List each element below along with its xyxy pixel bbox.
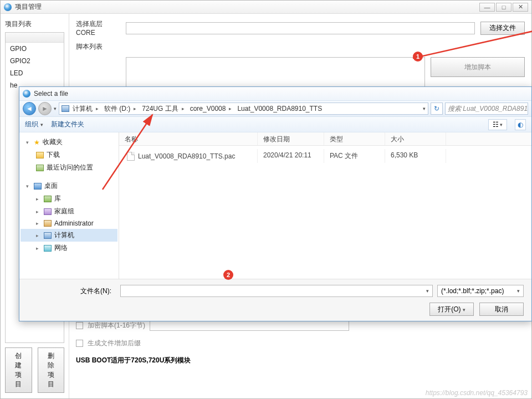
recent-icon [36, 165, 44, 171]
main-titlebar: 项目管理 — □ ✕ [1, 1, 531, 14]
col-size[interactable]: 大小 [385, 132, 446, 145]
computer-icon [44, 232, 52, 239]
gensuffix-label: 生成文件增加后缀 [88, 339, 141, 348]
tree-admin[interactable]: ▸Administrator [21, 218, 117, 229]
maximize-button[interactable]: □ [496, 3, 511, 12]
nav-forward-button[interactable]: ► [38, 102, 52, 115]
view-mode-button[interactable]: ☷ ▾ [488, 119, 507, 130]
col-date[interactable]: 修改日期 [258, 132, 324, 145]
address-dropdown-icon[interactable]: ▾ [423, 106, 426, 111]
close-button[interactable]: ✕ [513, 3, 528, 12]
watermark: https://blog.csdn.net/qq_45364793 [426, 389, 528, 397]
tree-desktop[interactable]: ▾桌面 [21, 180, 117, 192]
homegroup-icon [44, 208, 52, 215]
organize-menu[interactable]: 组织 ▾ [25, 120, 43, 129]
encrypt-checkbox[interactable] [76, 322, 83, 329]
dialog-footer: 文件名(N): ▾ (*.lod;*.blf;*.zip;*.pac)▾ 打开(… [19, 279, 531, 321]
dialog-toolbar: 组织 ▾ 新建文件夹 ☷ ▾ ◐ [19, 117, 531, 132]
file-size: 6,530 KB [385, 149, 446, 163]
encrypt-input[interactable] [150, 320, 349, 331]
project-item[interactable]: GPIO [6, 43, 64, 55]
script-list-box[interactable] [126, 57, 425, 87]
tree-homegroup[interactable]: ▸家庭组 [21, 205, 117, 218]
star-icon: ★ [34, 139, 40, 146]
desktop-icon [34, 183, 42, 190]
delete-project-button[interactable]: 删除项目 [38, 347, 65, 393]
filename-input[interactable]: ▾ [120, 285, 433, 297]
usb-boot-note: USB BOOT适用于720S,720U系列模块 [76, 356, 525, 365]
dialog-titlebar: Select a file [19, 87, 531, 100]
core-path-input[interactable] [126, 22, 475, 34]
new-folder-button[interactable]: 新建文件夹 [51, 120, 84, 129]
column-headers[interactable]: 名称 修改日期 类型 大小 [119, 132, 531, 146]
create-project-button[interactable]: 创建项目 [5, 347, 32, 393]
filename-dropdown-icon[interactable]: ▾ [426, 288, 429, 294]
col-name[interactable]: 名称 [119, 132, 258, 145]
file-name: Luat_V0008_RDA8910_TTS.pac [138, 152, 235, 160]
app-icon [4, 3, 12, 11]
filename-label: 文件名(N): [27, 287, 116, 296]
user-icon [44, 220, 52, 227]
file-filter-combo[interactable]: (*.lod;*.blf;*.zip;*.pac)▾ [437, 285, 524, 297]
library-icon [44, 196, 52, 202]
breadcrumb[interactable]: 计算机 [70, 104, 101, 114]
refresh-button[interactable]: ↻ [431, 103, 443, 115]
dialog-nav-bar: ◄ ► ▾ 计算机 软件 (D:) 724UG 工具 core_V0008 Lu… [19, 100, 531, 117]
file-row[interactable]: Luat_V0008_RDA8910_TTS.pac 2020/4/21 20:… [119, 146, 531, 166]
nav-history-dropdown[interactable]: ▾ [54, 106, 57, 111]
search-placeholder: 搜索 Luat_V0008_RDA8910 [448, 104, 528, 114]
address-bar[interactable]: 计算机 软件 (D:) 724UG 工具 core_V0008 Luat_V00… [59, 103, 428, 115]
open-button[interactable]: 打开(O) ▾ [429, 303, 474, 316]
project-list-label: 项目列表 [5, 19, 64, 29]
main-title: 项目管理 [15, 2, 42, 12]
encrypt-label: 加密脚本(1-16字节) [88, 321, 145, 330]
help-button[interactable]: ◐ [515, 119, 526, 130]
file-list[interactable]: 名称 修改日期 类型 大小 Luat_V0008_RDA8910_TTS.pac… [119, 132, 531, 279]
add-script-button[interactable]: 增加脚本 [431, 57, 525, 77]
computer-icon [62, 105, 69, 112]
search-input[interactable]: 搜索 Luat_V0008_RDA8910 [445, 103, 528, 115]
file-type: PAC 文件 [324, 149, 385, 163]
annotation-badge-2: 2 [223, 270, 233, 280]
breadcrumb[interactable]: 软件 (D:) [102, 104, 139, 114]
tree-favorites[interactable]: ▾★收藏夹 [21, 136, 117, 149]
core-label: 选择底层CORE [76, 19, 120, 37]
file-date: 2020/4/21 20:11 [258, 149, 324, 163]
tree-recent[interactable]: 最近访问的位置 [21, 161, 117, 174]
tree-libraries[interactable]: ▸库 [21, 192, 117, 205]
breadcrumb[interactable]: Luat_V0008_RDA8910_TTS [235, 105, 324, 112]
tree-network[interactable]: ▸网络 [21, 242, 117, 254]
folder-icon [36, 152, 44, 158]
script-list-label: 脚本列表 [76, 42, 120, 52]
col-type[interactable]: 类型 [324, 132, 385, 145]
project-item[interactable]: GPIO2 [6, 55, 64, 67]
file-open-dialog: Select a file ◄ ► ▾ 计算机 软件 (D:) 724UG 工具… [19, 86, 532, 321]
tree-computer[interactable]: ▸计算机 [21, 229, 117, 242]
file-icon [127, 152, 135, 161]
folder-tree[interactable]: ▾★收藏夹 下载 最近访问的位置 ▾桌面 ▸库 ▸家庭组 ▸Administra… [19, 132, 119, 279]
project-item[interactable]: LED [6, 67, 64, 79]
dialog-title: Select a file [34, 90, 68, 98]
breadcrumb[interactable]: core_V0008 [188, 105, 234, 112]
gensuffix-checkbox[interactable] [76, 340, 83, 347]
network-icon [44, 245, 52, 252]
cancel-button[interactable]: 取消 [479, 303, 524, 316]
select-file-button[interactable]: 选择文件 [480, 22, 525, 35]
nav-back-button[interactable]: ◄ [23, 102, 36, 115]
annotation-badge-1: 1 [413, 52, 423, 62]
breadcrumb[interactable]: 724UG 工具 [140, 104, 186, 114]
tree-downloads[interactable]: 下载 [21, 149, 117, 161]
dialog-app-icon [23, 90, 30, 98]
minimize-button[interactable]: — [479, 3, 495, 12]
